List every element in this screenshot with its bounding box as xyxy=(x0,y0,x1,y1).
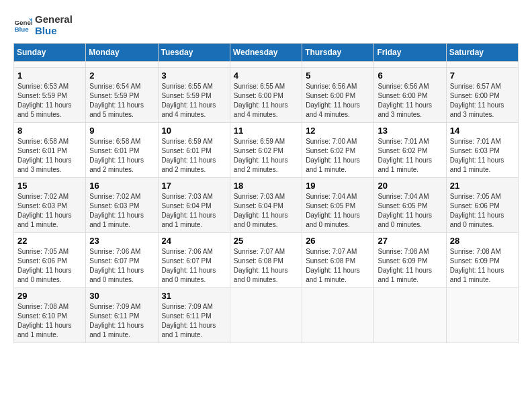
calendar-cell xyxy=(446,288,518,343)
calendar-cell: 9Sunrise: 6:58 AMSunset: 6:01 PMDaylight… xyxy=(86,123,158,178)
calendar-cell: 18Sunrise: 7:03 AMSunset: 6:04 PMDayligh… xyxy=(230,178,302,233)
day-info: Sunrise: 7:08 AMSunset: 6:09 PMDaylight:… xyxy=(378,247,442,285)
day-number: 27 xyxy=(378,236,442,246)
day-info: Sunrise: 7:04 AMSunset: 6:05 PMDaylight:… xyxy=(378,192,442,230)
day-info: Sunrise: 6:54 AMSunset: 5:59 PMDaylight:… xyxy=(89,82,154,120)
calendar-cell: 27Sunrise: 7:08 AMSunset: 6:09 PMDayligh… xyxy=(374,233,446,288)
calendar-cell xyxy=(302,288,374,343)
day-info: Sunrise: 7:07 AMSunset: 6:08 PMDaylight:… xyxy=(234,247,298,285)
calendar-weekday-tuesday: Tuesday xyxy=(158,44,230,62)
day-info: Sunrise: 7:03 AMSunset: 6:04 PMDaylight:… xyxy=(162,192,226,230)
calendar-cell: 1Sunrise: 6:53 AMSunset: 5:59 PMDaylight… xyxy=(14,68,86,123)
calendar-cell: 25Sunrise: 7:07 AMSunset: 6:08 PMDayligh… xyxy=(230,233,302,288)
calendar-cell: 22Sunrise: 7:05 AMSunset: 6:06 PMDayligh… xyxy=(14,233,86,288)
day-number: 8 xyxy=(17,126,82,136)
day-info: Sunrise: 7:09 AMSunset: 6:11 PMDaylight:… xyxy=(89,302,154,340)
calendar-week-row: 29Sunrise: 7:08 AMSunset: 6:10 PMDayligh… xyxy=(14,288,519,343)
day-info: Sunrise: 6:58 AMSunset: 6:01 PMDaylight:… xyxy=(89,137,154,175)
day-number: 20 xyxy=(378,181,442,191)
day-info: Sunrise: 6:56 AMSunset: 6:00 PMDaylight:… xyxy=(378,82,442,120)
day-info: Sunrise: 7:02 AMSunset: 6:03 PMDaylight:… xyxy=(89,192,154,230)
calendar-cell: 7Sunrise: 6:57 AMSunset: 6:00 PMDaylight… xyxy=(446,68,518,123)
calendar-week-row: 1Sunrise: 6:53 AMSunset: 5:59 PMDaylight… xyxy=(14,68,519,123)
calendar-week-row: 15Sunrise: 7:02 AMSunset: 6:03 PMDayligh… xyxy=(14,178,519,233)
calendar-cell: 12Sunrise: 7:00 AMSunset: 6:02 PMDayligh… xyxy=(302,123,374,178)
calendar-cell: 19Sunrise: 7:04 AMSunset: 6:05 PMDayligh… xyxy=(302,178,374,233)
day-number: 1 xyxy=(17,71,82,81)
calendar-cell: 30Sunrise: 7:09 AMSunset: 6:11 PMDayligh… xyxy=(86,288,158,343)
day-number: 9 xyxy=(89,126,154,136)
calendar-cell xyxy=(230,288,302,343)
logo-blue: Blue xyxy=(35,25,73,36)
day-number: 2 xyxy=(89,71,154,81)
day-info: Sunrise: 7:06 AMSunset: 6:07 PMDaylight:… xyxy=(162,247,226,285)
calendar-cell: 15Sunrise: 7:02 AMSunset: 6:03 PMDayligh… xyxy=(14,178,86,233)
calendar-cell: 13Sunrise: 7:01 AMSunset: 6:02 PMDayligh… xyxy=(374,123,446,178)
day-info: Sunrise: 6:55 AMSunset: 6:00 PMDaylight:… xyxy=(234,82,298,120)
calendar-cell xyxy=(86,62,158,68)
day-number: 15 xyxy=(17,181,82,191)
day-info: Sunrise: 7:04 AMSunset: 6:05 PMDaylight:… xyxy=(306,192,370,230)
day-number: 29 xyxy=(17,291,82,301)
calendar-table: SundayMondayTuesdayWednesdayThursdayFrid… xyxy=(13,43,519,343)
day-info: Sunrise: 6:58 AMSunset: 6:01 PMDaylight:… xyxy=(17,137,82,175)
calendar-weekday-sunday: Sunday xyxy=(14,44,86,62)
day-number: 11 xyxy=(234,126,298,136)
calendar-cell xyxy=(446,62,518,68)
calendar-weekday-thursday: Thursday xyxy=(302,44,374,62)
calendar-cell: 4Sunrise: 6:55 AMSunset: 6:00 PMDaylight… xyxy=(230,68,302,123)
day-number: 4 xyxy=(234,71,298,81)
calendar-week-row: 22Sunrise: 7:05 AMSunset: 6:06 PMDayligh… xyxy=(14,233,519,288)
calendar-cell xyxy=(302,62,374,68)
day-number: 10 xyxy=(162,126,226,136)
day-info: Sunrise: 6:55 AMSunset: 5:59 PMDaylight:… xyxy=(162,82,226,120)
day-info: Sunrise: 7:00 AMSunset: 6:02 PMDaylight:… xyxy=(306,137,370,175)
day-info: Sunrise: 6:56 AMSunset: 6:00 PMDaylight:… xyxy=(306,82,370,120)
calendar-cell: 29Sunrise: 7:08 AMSunset: 6:10 PMDayligh… xyxy=(14,288,86,343)
day-number: 28 xyxy=(450,236,515,246)
day-info: Sunrise: 7:05 AMSunset: 6:06 PMDaylight:… xyxy=(17,247,82,285)
day-number: 17 xyxy=(162,181,226,191)
day-number: 19 xyxy=(306,181,370,191)
calendar-weekday-saturday: Saturday xyxy=(446,44,518,62)
calendar-cell: 20Sunrise: 7:04 AMSunset: 6:05 PMDayligh… xyxy=(374,178,446,233)
calendar-cell: 24Sunrise: 7:06 AMSunset: 6:07 PMDayligh… xyxy=(158,233,230,288)
calendar-cell: 10Sunrise: 6:59 AMSunset: 6:01 PMDayligh… xyxy=(158,123,230,178)
day-number: 6 xyxy=(378,71,442,81)
calendar-cell: 16Sunrise: 7:02 AMSunset: 6:03 PMDayligh… xyxy=(86,178,158,233)
calendar-cell: 21Sunrise: 7:05 AMSunset: 6:06 PMDayligh… xyxy=(446,178,518,233)
day-number: 5 xyxy=(306,71,370,81)
calendar-weekday-monday: Monday xyxy=(86,44,158,62)
calendar-cell xyxy=(158,62,230,68)
page-header: General Blue General Blue xyxy=(13,13,519,36)
day-info: Sunrise: 7:08 AMSunset: 6:09 PMDaylight:… xyxy=(450,247,515,285)
svg-text:Blue: Blue xyxy=(14,26,29,33)
calendar-cell xyxy=(14,62,86,68)
calendar-cell xyxy=(230,62,302,68)
day-info: Sunrise: 7:03 AMSunset: 6:04 PMDaylight:… xyxy=(234,192,298,230)
calendar-cell xyxy=(374,62,446,68)
calendar-cell: 8Sunrise: 6:58 AMSunset: 6:01 PMDaylight… xyxy=(14,123,86,178)
day-number: 13 xyxy=(378,126,442,136)
logo-general: General xyxy=(35,13,73,25)
day-number: 3 xyxy=(162,71,226,81)
calendar-cell: 11Sunrise: 6:59 AMSunset: 6:02 PMDayligh… xyxy=(230,123,302,178)
day-info: Sunrise: 7:02 AMSunset: 6:03 PMDaylight:… xyxy=(17,192,82,230)
calendar-cell: 2Sunrise: 6:54 AMSunset: 5:59 PMDaylight… xyxy=(86,68,158,123)
day-number: 24 xyxy=(162,236,226,246)
calendar-cell: 23Sunrise: 7:06 AMSunset: 6:07 PMDayligh… xyxy=(86,233,158,288)
day-info: Sunrise: 6:59 AMSunset: 6:02 PMDaylight:… xyxy=(234,137,298,175)
calendar-weekday-wednesday: Wednesday xyxy=(230,44,302,62)
day-info: Sunrise: 7:05 AMSunset: 6:06 PMDaylight:… xyxy=(450,192,515,230)
day-number: 18 xyxy=(234,181,298,191)
day-number: 26 xyxy=(306,236,370,246)
calendar-cell: 14Sunrise: 7:01 AMSunset: 6:03 PMDayligh… xyxy=(446,123,518,178)
day-number: 23 xyxy=(89,236,154,246)
calendar-cell: 6Sunrise: 6:56 AMSunset: 6:00 PMDaylight… xyxy=(374,68,446,123)
day-number: 7 xyxy=(450,71,515,81)
calendar-header-row: SundayMondayTuesdayWednesdayThursdayFrid… xyxy=(14,44,519,62)
day-info: Sunrise: 7:08 AMSunset: 6:10 PMDaylight:… xyxy=(17,302,82,340)
day-number: 25 xyxy=(234,236,298,246)
calendar-cell: 31Sunrise: 7:09 AMSunset: 6:11 PMDayligh… xyxy=(158,288,230,343)
day-info: Sunrise: 7:09 AMSunset: 6:11 PMDaylight:… xyxy=(162,302,226,340)
